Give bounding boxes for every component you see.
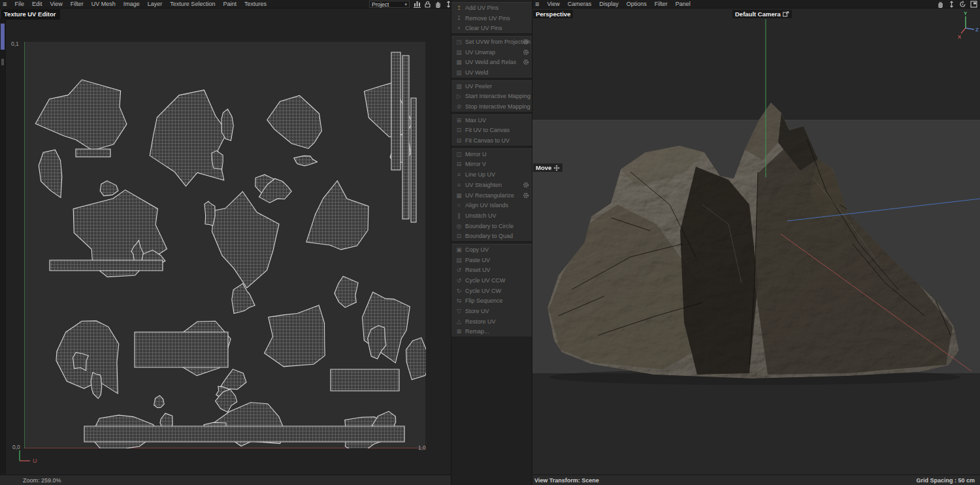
uv-island[interactable] [363, 292, 410, 363]
command-unstitch-uv[interactable]: ∥Unstitch UV [451, 210, 532, 221]
command-stop-interactive-mapping[interactable]: ⊘Stop Interactive Mapping [451, 101, 532, 112]
menu-texture-selection[interactable]: Texture Selection [166, 1, 219, 7]
gear-icon[interactable] [523, 182, 529, 188]
command-paste-uv[interactable]: ▤Paste UV [451, 255, 532, 265]
command-align-uv-islands[interactable]: ○Align UV Islands [451, 200, 532, 210]
menu-cameras[interactable]: Cameras [564, 1, 596, 7]
menu-options[interactable]: Options [623, 1, 651, 7]
command-fit-canvas-to-uv[interactable]: ⊟Fit Canvas to UV [451, 135, 532, 146]
lock-icon[interactable] [424, 1, 431, 8]
menu-edit[interactable]: Edit [28, 1, 46, 7]
hand-icon[interactable] [937, 1, 944, 8]
menu-view[interactable]: View [543, 1, 563, 7]
dock-indicator[interactable] [1, 24, 5, 50]
command-boundary-to-circle[interactable]: ◎Boundary to Circle [451, 221, 532, 231]
menu-panel[interactable]: Panel [672, 1, 694, 7]
menu-view[interactable]: View [46, 1, 66, 7]
uv-island[interactable] [391, 52, 400, 170]
uv-island[interactable] [331, 369, 399, 391]
command-copy-uv[interactable]: ▣Copy UV [451, 244, 532, 255]
command-uv-unwrap[interactable]: ▤UV Unwrap [451, 47, 532, 58]
project-dropdown[interactable]: Project ▾ [369, 1, 410, 8]
command-cycle-uv-ccw[interactable]: ↺Cycle UV CCW [451, 275, 532, 286]
uv-island[interactable] [232, 284, 255, 314]
uv-island[interactable] [39, 150, 62, 197]
uv-island[interactable] [73, 352, 89, 371]
maximize-icon[interactable] [970, 1, 977, 8]
menu-file[interactable]: File [10, 1, 28, 7]
command-remap-[interactable]: ⊠Remap... [451, 327, 532, 337]
uv-island[interactable] [402, 56, 409, 219]
uv-island[interactable] [35, 80, 127, 150]
hamburger-menu-icon[interactable]: ≡ [0, 1, 10, 7]
uv-island[interactable] [76, 149, 110, 157]
menu-filter[interactable]: Filter [67, 1, 88, 7]
command-max-uv[interactable]: ⊞Max UV [451, 115, 532, 125]
uv-island[interactable] [84, 426, 404, 442]
uv-island[interactable] [154, 395, 165, 407]
gear-icon[interactable] [523, 39, 529, 45]
orientation-axis-gizmo[interactable]: Y Z X [953, 10, 979, 40]
uv-canvas[interactable] [24, 42, 425, 448]
command-add-uv-pins[interactable]: ↥Add UV Pins [451, 3, 532, 13]
uv-island[interactable] [50, 260, 163, 271]
command-cycle-uv-cw[interactable]: ↻Cycle UV CW [451, 286, 532, 296]
uv-island[interactable] [406, 338, 426, 380]
hand-icon[interactable] [434, 1, 442, 8]
command-boundary-to-quad[interactable]: ⊡Boundary to Quad [451, 231, 532, 241]
menu-display[interactable]: Display [595, 1, 623, 7]
uv-island[interactable] [135, 332, 228, 367]
command-uv-peeler[interactable]: ▧UV Peeler [451, 81, 532, 92]
menu-image[interactable]: Image [120, 1, 144, 7]
menu-paint[interactable]: Paint [219, 1, 240, 7]
camera-label[interactable]: Default Camera [732, 10, 792, 18]
command-remove-uv-pins[interactable]: ↧Remove UV Pins [451, 13, 532, 24]
uv-island[interactable] [294, 156, 318, 165]
gear-icon[interactable] [523, 59, 529, 65]
command-uv-weld[interactable]: ▥UV Weld [451, 67, 532, 78]
tab-texture-uv-editor[interactable]: Texture UV Editor [1, 9, 60, 20]
command-mirror-v[interactable]: ⊟Mirror V [451, 159, 532, 170]
command-set-uvw-from-projection[interactable]: ◳Set UVW from Projection [451, 37, 532, 47]
uv-island[interactable] [100, 181, 118, 196]
dock-indicator-secondary[interactable] [1, 59, 4, 65]
gear-icon[interactable] [523, 49, 529, 56]
project-dropdown-label: Project [372, 1, 389, 8]
command-store-uv[interactable]: ▽Store UV [451, 306, 532, 316]
command-uv-rectangularize[interactable]: ▦UV Rectangularize [451, 190, 532, 201]
rotate-icon[interactable] [959, 1, 966, 8]
uv-island[interactable] [212, 151, 223, 169]
command-restore-uv[interactable]: △Restore UV [451, 316, 532, 327]
uv-island[interactable] [306, 180, 368, 250]
histogram-icon[interactable] [414, 1, 421, 8]
command-reset-uv[interactable]: ↺Reset UV [451, 265, 532, 276]
command-uv-weld-and-relax[interactable]: ▦UV Weld and Relax [451, 57, 532, 67]
uv-island[interactable] [335, 276, 358, 308]
u-axis-label: U [33, 458, 37, 464]
command-mirror-u[interactable]: ◫Mirror U [451, 149, 532, 159]
uv-island[interactable] [221, 369, 246, 390]
menu-uv-mesh[interactable]: UV Mesh [88, 1, 120, 7]
uv-island[interactable] [212, 192, 280, 288]
uv-island[interactable] [411, 98, 416, 222]
view-label[interactable]: Perspective [533, 10, 573, 18]
uv-command-group: ↥Add UV Pins↧Remove UV Pins×Clear UV Pin… [451, 2, 532, 34]
command-fit-uv-to-canvas[interactable]: ⊡Fit UV to Canvas [451, 125, 532, 136]
uv-island[interactable] [150, 90, 227, 186]
command-uv-straighten[interactable]: ≡UV Straighten [451, 180, 532, 190]
uv-island[interactable] [204, 201, 215, 226]
command-line-up-uv[interactable]: ≡Line Up UV [451, 169, 532, 180]
gear-icon[interactable] [523, 192, 529, 199]
menu-textures[interactable]: Textures [240, 1, 270, 7]
command-start-interactive-mapping[interactable]: ▷Start Interactive Mapping [451, 92, 532, 102]
command-flip-sequence[interactable]: ⇆Flip Sequence [451, 296, 532, 307]
menu-layer[interactable]: Layer [144, 1, 167, 7]
uv-island[interactable] [267, 95, 322, 148]
uv-island[interactable] [265, 305, 325, 367]
move-icon[interactable] [948, 1, 955, 8]
hamburger-menu-icon[interactable]: ≡ [532, 1, 543, 7]
perspective-viewport[interactable]: Perspective Default Camera Move Y Z X [532, 8, 980, 475]
command-clear-uv-pins[interactable]: ×Clear UV Pins [451, 23, 532, 33]
menu-filter[interactable]: Filter [651, 1, 672, 7]
uv-island[interactable] [91, 373, 102, 399]
